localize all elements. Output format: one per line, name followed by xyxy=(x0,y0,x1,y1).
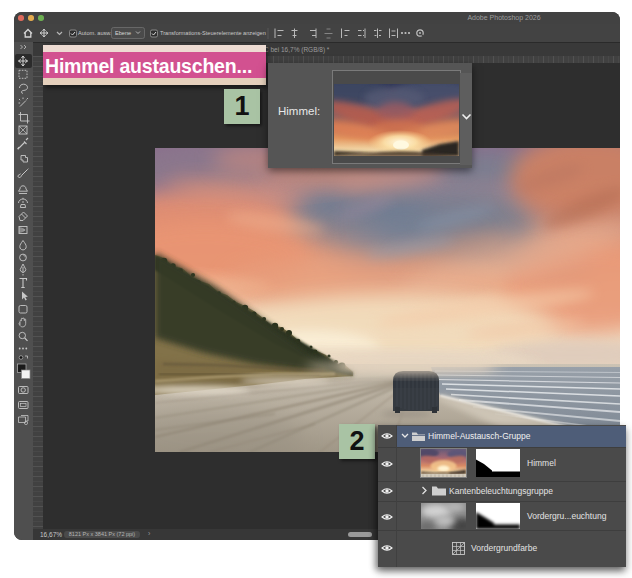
svg-text:Transformations-Steuerelemente: Transformations-Steuerelemente anzeigen xyxy=(160,30,266,36)
svg-text:Autom. ausw.:: Autom. ausw.: xyxy=(78,30,114,36)
svg-text:Ebene: Ebene xyxy=(115,30,131,36)
